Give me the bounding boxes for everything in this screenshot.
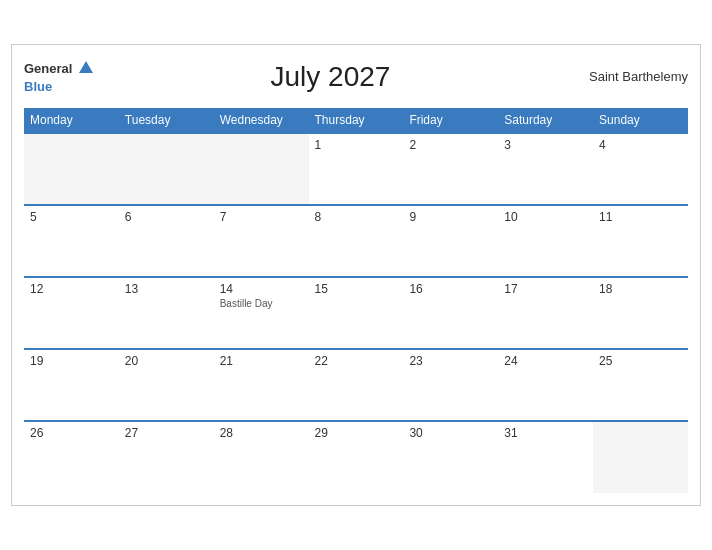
day-number: 19 — [30, 354, 113, 368]
calendar-cell: 20 — [119, 349, 214, 421]
calendar-cell: 14Bastille Day — [214, 277, 309, 349]
calendar-region: Saint Barthelemy — [568, 69, 688, 84]
day-number: 21 — [220, 354, 303, 368]
day-number: 29 — [315, 426, 398, 440]
calendar-cell: 16 — [403, 277, 498, 349]
calendar-cell: 8 — [309, 205, 404, 277]
day-number: 5 — [30, 210, 113, 224]
weekday-header-saturday: Saturday — [498, 108, 593, 133]
weekday-header-thursday: Thursday — [309, 108, 404, 133]
calendar-cell: 27 — [119, 421, 214, 493]
calendar-cell: 2 — [403, 133, 498, 205]
week-row-5: 262728293031 — [24, 421, 688, 493]
calendar-cell: 15 — [309, 277, 404, 349]
day-number: 16 — [409, 282, 492, 296]
calendar-cell: 12 — [24, 277, 119, 349]
weekday-header-row: MondayTuesdayWednesdayThursdayFridaySatu… — [24, 108, 688, 133]
day-number: 26 — [30, 426, 113, 440]
calendar-cell: 9 — [403, 205, 498, 277]
calendar-cell: 26 — [24, 421, 119, 493]
calendar-cell: 24 — [498, 349, 593, 421]
day-number: 14 — [220, 282, 303, 296]
logo-triangle-icon — [79, 61, 93, 73]
weekday-header-monday: Monday — [24, 108, 119, 133]
day-number: 6 — [125, 210, 208, 224]
calendar-header: General Blue July 2027 Saint Barthelemy — [24, 55, 688, 98]
calendar-cell: 19 — [24, 349, 119, 421]
calendar-cell — [214, 133, 309, 205]
day-number: 1 — [315, 138, 398, 152]
calendar-cell: 17 — [498, 277, 593, 349]
calendar-table: MondayTuesdayWednesdayThursdayFridaySatu… — [24, 108, 688, 493]
week-row-1: 1234 — [24, 133, 688, 205]
day-number: 20 — [125, 354, 208, 368]
logo-general-text: General — [24, 61, 72, 76]
day-number: 12 — [30, 282, 113, 296]
day-number: 15 — [315, 282, 398, 296]
day-number: 9 — [409, 210, 492, 224]
day-number: 4 — [599, 138, 682, 152]
calendar-cell: 25 — [593, 349, 688, 421]
calendar-cell: 4 — [593, 133, 688, 205]
logo-line2: Blue — [24, 77, 93, 95]
calendar-cell: 3 — [498, 133, 593, 205]
calendar-cell — [119, 133, 214, 205]
calendar-cell: 1 — [309, 133, 404, 205]
calendar-cell: 13 — [119, 277, 214, 349]
day-number: 17 — [504, 282, 587, 296]
logo: General Blue — [24, 59, 93, 94]
calendar-cell: 23 — [403, 349, 498, 421]
day-number: 8 — [315, 210, 398, 224]
calendar: General Blue July 2027 Saint Barthelemy … — [11, 44, 701, 506]
day-number: 24 — [504, 354, 587, 368]
weekday-header-sunday: Sunday — [593, 108, 688, 133]
calendar-cell: 22 — [309, 349, 404, 421]
logo-blue-text: Blue — [24, 79, 52, 94]
calendar-cell: 11 — [593, 205, 688, 277]
day-number: 28 — [220, 426, 303, 440]
day-number: 10 — [504, 210, 587, 224]
weekday-header-wednesday: Wednesday — [214, 108, 309, 133]
calendar-cell: 28 — [214, 421, 309, 493]
calendar-cell: 6 — [119, 205, 214, 277]
day-number: 23 — [409, 354, 492, 368]
day-number: 18 — [599, 282, 682, 296]
logo-line1: General — [24, 59, 93, 77]
day-number: 13 — [125, 282, 208, 296]
day-event: Bastille Day — [220, 298, 303, 309]
day-number: 3 — [504, 138, 587, 152]
calendar-cell: 5 — [24, 205, 119, 277]
day-number: 22 — [315, 354, 398, 368]
calendar-cell — [593, 421, 688, 493]
day-number: 30 — [409, 426, 492, 440]
day-number: 11 — [599, 210, 682, 224]
calendar-cell: 30 — [403, 421, 498, 493]
day-number: 7 — [220, 210, 303, 224]
week-row-3: 121314Bastille Day15161718 — [24, 277, 688, 349]
day-number: 2 — [409, 138, 492, 152]
calendar-cell: 10 — [498, 205, 593, 277]
calendar-cell: 29 — [309, 421, 404, 493]
weekday-header-friday: Friday — [403, 108, 498, 133]
week-row-4: 19202122232425 — [24, 349, 688, 421]
calendar-cell — [24, 133, 119, 205]
calendar-cell: 31 — [498, 421, 593, 493]
weekday-header-tuesday: Tuesday — [119, 108, 214, 133]
day-number: 25 — [599, 354, 682, 368]
day-number: 27 — [125, 426, 208, 440]
calendar-title: July 2027 — [93, 61, 568, 93]
week-row-2: 567891011 — [24, 205, 688, 277]
calendar-cell: 7 — [214, 205, 309, 277]
calendar-cell: 21 — [214, 349, 309, 421]
day-number: 31 — [504, 426, 587, 440]
calendar-cell: 18 — [593, 277, 688, 349]
